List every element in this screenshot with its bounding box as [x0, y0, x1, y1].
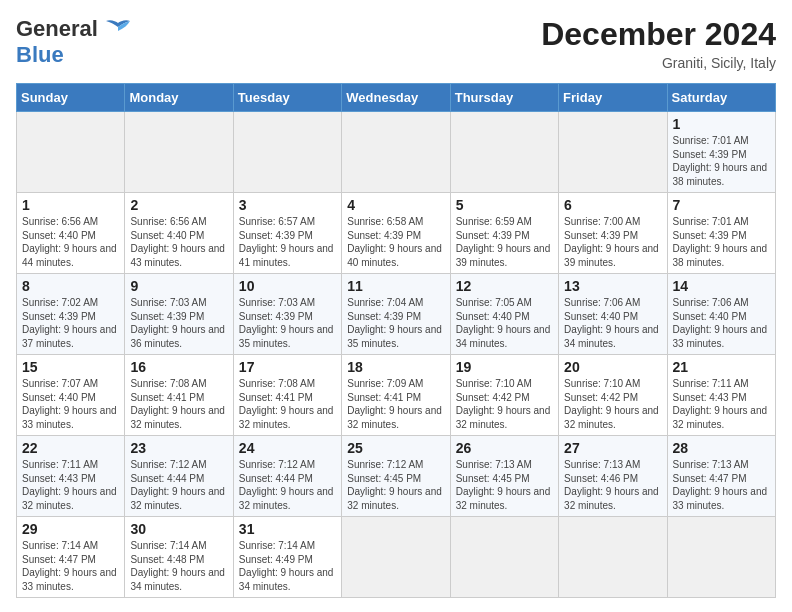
cell-content: Sunrise: 7:08 AM Sunset: 4:41 PM Dayligh… — [239, 377, 336, 431]
calendar-cell: 27Sunrise: 7:13 AM Sunset: 4:46 PM Dayli… — [559, 436, 667, 517]
calendar-cell: 29Sunrise: 7:14 AM Sunset: 4:47 PM Dayli… — [17, 517, 125, 598]
day-number: 14 — [673, 278, 770, 294]
day-number: 1 — [673, 116, 770, 132]
calendar-cell — [125, 112, 233, 193]
calendar-cell: 22Sunrise: 7:11 AM Sunset: 4:43 PM Dayli… — [17, 436, 125, 517]
calendar-cell: 12Sunrise: 7:05 AM Sunset: 4:40 PM Dayli… — [450, 274, 558, 355]
logo-blue-text: Blue — [16, 42, 64, 67]
cell-content: Sunrise: 6:59 AM Sunset: 4:39 PM Dayligh… — [456, 215, 553, 269]
day-number: 10 — [239, 278, 336, 294]
column-header-friday: Friday — [559, 84, 667, 112]
page-header: General Blue December 2024 Graniti, Sici… — [16, 16, 776, 71]
calendar-cell: 17Sunrise: 7:08 AM Sunset: 4:41 PM Dayli… — [233, 355, 341, 436]
cell-content: Sunrise: 7:05 AM Sunset: 4:40 PM Dayligh… — [456, 296, 553, 350]
day-number: 29 — [22, 521, 119, 537]
calendar-cell: 18Sunrise: 7:09 AM Sunset: 4:41 PM Dayli… — [342, 355, 450, 436]
day-number: 20 — [564, 359, 661, 375]
calendar-cell: 26Sunrise: 7:13 AM Sunset: 4:45 PM Dayli… — [450, 436, 558, 517]
cell-content: Sunrise: 6:56 AM Sunset: 4:40 PM Dayligh… — [22, 215, 119, 269]
calendar-cell: 5Sunrise: 6:59 AM Sunset: 4:39 PM Daylig… — [450, 193, 558, 274]
calendar-cell: 21Sunrise: 7:11 AM Sunset: 4:43 PM Dayli… — [667, 355, 775, 436]
calendar-cell — [233, 112, 341, 193]
column-header-sunday: Sunday — [17, 84, 125, 112]
day-number: 18 — [347, 359, 444, 375]
day-number: 13 — [564, 278, 661, 294]
day-number: 3 — [239, 197, 336, 213]
title-block: December 2024 Graniti, Sicily, Italy — [541, 16, 776, 71]
calendar-cell: 30Sunrise: 7:14 AM Sunset: 4:48 PM Dayli… — [125, 517, 233, 598]
day-number: 4 — [347, 197, 444, 213]
day-number: 6 — [564, 197, 661, 213]
cell-content: Sunrise: 6:56 AM Sunset: 4:40 PM Dayligh… — [130, 215, 227, 269]
cell-content: Sunrise: 7:10 AM Sunset: 4:42 PM Dayligh… — [456, 377, 553, 431]
calendar-cell: 7Sunrise: 7:01 AM Sunset: 4:39 PM Daylig… — [667, 193, 775, 274]
calendar-cell: 28Sunrise: 7:13 AM Sunset: 4:47 PM Dayli… — [667, 436, 775, 517]
cell-content: Sunrise: 6:57 AM Sunset: 4:39 PM Dayligh… — [239, 215, 336, 269]
month-title: December 2024 — [541, 16, 776, 53]
cell-content: Sunrise: 7:04 AM Sunset: 4:39 PM Dayligh… — [347, 296, 444, 350]
calendar-cell: 31Sunrise: 7:14 AM Sunset: 4:49 PM Dayli… — [233, 517, 341, 598]
cell-content: Sunrise: 7:09 AM Sunset: 4:41 PM Dayligh… — [347, 377, 444, 431]
calendar-cell: 16Sunrise: 7:08 AM Sunset: 4:41 PM Dayli… — [125, 355, 233, 436]
day-number: 27 — [564, 440, 661, 456]
day-number: 16 — [130, 359, 227, 375]
logo: General Blue — [16, 16, 132, 68]
calendar-cell: 23Sunrise: 7:12 AM Sunset: 4:44 PM Dayli… — [125, 436, 233, 517]
cell-content: Sunrise: 7:12 AM Sunset: 4:44 PM Dayligh… — [130, 458, 227, 512]
cell-content: Sunrise: 7:12 AM Sunset: 4:44 PM Dayligh… — [239, 458, 336, 512]
cell-content: Sunrise: 7:01 AM Sunset: 4:39 PM Dayligh… — [673, 215, 770, 269]
calendar-cell: 2Sunrise: 6:56 AM Sunset: 4:40 PM Daylig… — [125, 193, 233, 274]
cell-content: Sunrise: 7:11 AM Sunset: 4:43 PM Dayligh… — [673, 377, 770, 431]
calendar-cell: 13Sunrise: 7:06 AM Sunset: 4:40 PM Dayli… — [559, 274, 667, 355]
cell-content: Sunrise: 7:11 AM Sunset: 4:43 PM Dayligh… — [22, 458, 119, 512]
day-number: 22 — [22, 440, 119, 456]
day-number: 26 — [456, 440, 553, 456]
cell-content: Sunrise: 7:13 AM Sunset: 4:46 PM Dayligh… — [564, 458, 661, 512]
day-number: 2 — [130, 197, 227, 213]
calendar-cell: 19Sunrise: 7:10 AM Sunset: 4:42 PM Dayli… — [450, 355, 558, 436]
calendar-cell: 10Sunrise: 7:03 AM Sunset: 4:39 PM Dayli… — [233, 274, 341, 355]
day-number: 23 — [130, 440, 227, 456]
day-number: 12 — [456, 278, 553, 294]
cell-content: Sunrise: 7:08 AM Sunset: 4:41 PM Dayligh… — [130, 377, 227, 431]
calendar-cell: 1Sunrise: 6:56 AM Sunset: 4:40 PM Daylig… — [17, 193, 125, 274]
calendar-cell — [17, 112, 125, 193]
day-number: 28 — [673, 440, 770, 456]
day-number: 21 — [673, 359, 770, 375]
cell-content: Sunrise: 7:14 AM Sunset: 4:49 PM Dayligh… — [239, 539, 336, 593]
column-header-saturday: Saturday — [667, 84, 775, 112]
calendar-cell: 3Sunrise: 6:57 AM Sunset: 4:39 PM Daylig… — [233, 193, 341, 274]
cell-content: Sunrise: 6:58 AM Sunset: 4:39 PM Dayligh… — [347, 215, 444, 269]
cell-content: Sunrise: 7:06 AM Sunset: 4:40 PM Dayligh… — [673, 296, 770, 350]
cell-content: Sunrise: 7:01 AM Sunset: 4:39 PM Dayligh… — [673, 134, 770, 188]
calendar-cell — [342, 112, 450, 193]
logo-text: General — [16, 16, 132, 42]
calendar-cell: 4Sunrise: 6:58 AM Sunset: 4:39 PM Daylig… — [342, 193, 450, 274]
column-header-wednesday: Wednesday — [342, 84, 450, 112]
cell-content: Sunrise: 7:03 AM Sunset: 4:39 PM Dayligh… — [130, 296, 227, 350]
calendar-cell — [667, 517, 775, 598]
column-header-tuesday: Tuesday — [233, 84, 341, 112]
calendar-cell: 20Sunrise: 7:10 AM Sunset: 4:42 PM Dayli… — [559, 355, 667, 436]
day-number: 8 — [22, 278, 119, 294]
column-header-thursday: Thursday — [450, 84, 558, 112]
calendar-cell: 1Sunrise: 7:01 AM Sunset: 4:39 PM Daylig… — [667, 112, 775, 193]
cell-content: Sunrise: 7:13 AM Sunset: 4:45 PM Dayligh… — [456, 458, 553, 512]
calendar-cell: 8Sunrise: 7:02 AM Sunset: 4:39 PM Daylig… — [17, 274, 125, 355]
calendar-cell — [450, 517, 558, 598]
cell-content: Sunrise: 7:10 AM Sunset: 4:42 PM Dayligh… — [564, 377, 661, 431]
cell-content: Sunrise: 7:00 AM Sunset: 4:39 PM Dayligh… — [564, 215, 661, 269]
cell-content: Sunrise: 7:06 AM Sunset: 4:40 PM Dayligh… — [564, 296, 661, 350]
location: Graniti, Sicily, Italy — [541, 55, 776, 71]
cell-content: Sunrise: 7:02 AM Sunset: 4:39 PM Dayligh… — [22, 296, 119, 350]
calendar-cell: 6Sunrise: 7:00 AM Sunset: 4:39 PM Daylig… — [559, 193, 667, 274]
calendar-cell — [450, 112, 558, 193]
day-number: 9 — [130, 278, 227, 294]
cell-content: Sunrise: 7:13 AM Sunset: 4:47 PM Dayligh… — [673, 458, 770, 512]
day-number: 25 — [347, 440, 444, 456]
cell-content: Sunrise: 7:14 AM Sunset: 4:47 PM Dayligh… — [22, 539, 119, 593]
day-number: 5 — [456, 197, 553, 213]
day-number: 11 — [347, 278, 444, 294]
calendar-table: SundayMondayTuesdayWednesdayThursdayFrid… — [16, 83, 776, 598]
day-number: 7 — [673, 197, 770, 213]
